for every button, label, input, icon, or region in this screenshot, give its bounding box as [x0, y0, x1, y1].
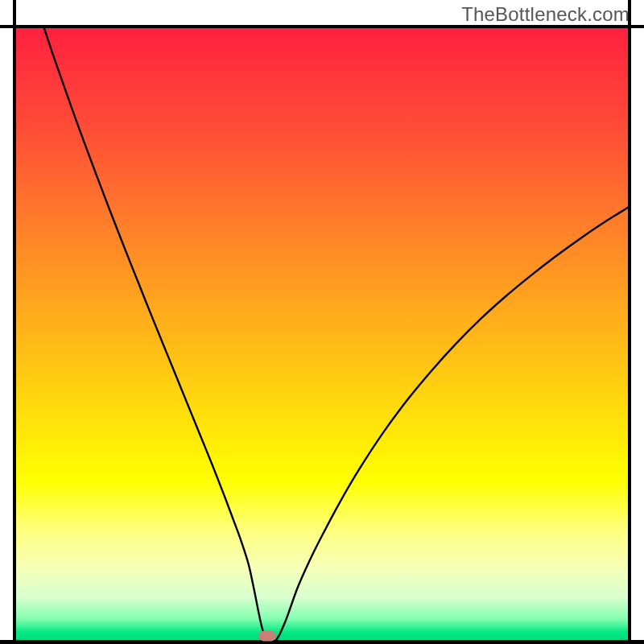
chart-frame-bottom — [0, 640, 644, 644]
chart-frame-left — [13, 0, 16, 644]
chart-frame-right — [628, 0, 631, 644]
watermark-text: TheBottleneck.com — [461, 3, 630, 26]
chart-curve — [16, 27, 628, 640]
chart-plot-area — [16, 27, 628, 640]
minimum-marker — [258, 630, 275, 641]
